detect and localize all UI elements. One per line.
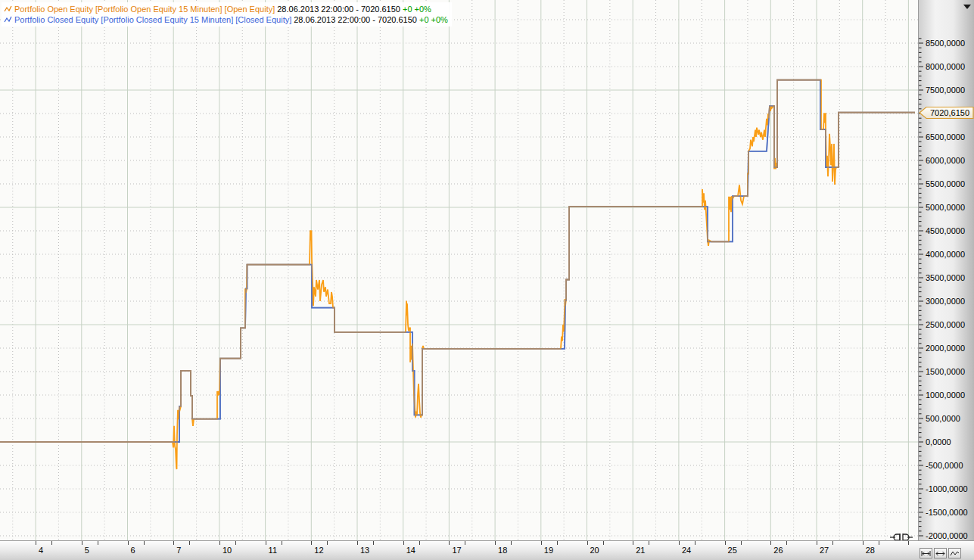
date-axis-tick <box>357 541 358 545</box>
legend-series-name: Portfolio Closed Equity [Portfolio Close… <box>14 14 291 25</box>
date-axis-tick <box>908 541 909 545</box>
price-axis-label: 7500,0000 <box>926 86 965 95</box>
date-axis-label: 5 <box>85 546 89 555</box>
date-axis-tick <box>786 541 787 545</box>
date-axis-tick <box>725 541 726 545</box>
date-axis-tick <box>741 541 742 545</box>
date-axis-tick <box>587 541 588 545</box>
price-axis-label: 5500,0000 <box>926 179 965 188</box>
date-axis-tick <box>817 541 817 545</box>
date-axis-label: 11 <box>269 546 277 555</box>
current-value-marker: 7020,6150 <box>919 106 974 120</box>
date-axis-label: 20 <box>590 546 599 555</box>
date-axis-tick <box>128 541 129 545</box>
legend-series-name: Portfolio Open Equity [Portfolio Open Eq… <box>14 4 275 14</box>
price-axis-label: 1000,0000 <box>926 390 965 400</box>
date-axis-tick <box>465 541 465 545</box>
legend-series-change: +0 +0% <box>419 14 448 25</box>
price-axis-ticks <box>919 0 974 540</box>
price-axis-label: 8000,0000 <box>926 62 965 71</box>
date-axis-tick <box>373 541 374 545</box>
date-axis-tick <box>879 541 879 545</box>
date-axis-label: 17 <box>452 546 461 555</box>
price-axis-label: 4500,0000 <box>926 226 965 235</box>
price-axis-label: 2500,0000 <box>926 320 965 329</box>
date-axis-tick <box>511 541 512 545</box>
date-axis-tick <box>311 541 312 545</box>
date-axis-tick <box>327 541 328 545</box>
date-axis-label: 27 <box>820 546 829 555</box>
date-axis-label: 19 <box>544 546 553 555</box>
fit-width-button[interactable] <box>920 548 932 558</box>
date-axis-tick <box>541 541 542 545</box>
date-axis-label: 28 <box>866 546 875 555</box>
zigzag-line-icon <box>4 16 12 23</box>
date-axis-label: 13 <box>360 546 369 555</box>
date-axis-tick <box>419 541 420 545</box>
date-axis-tick <box>173 541 174 545</box>
current-value-label: 7020,6150 <box>930 108 969 117</box>
legend-series-info: 28.06.2013 22:00:00 - 7020.6150 <box>294 14 417 25</box>
date-axis-tick <box>219 541 220 545</box>
date-axis-tick <box>282 541 282 545</box>
date-axis-label: 6 <box>131 546 135 555</box>
price-axis-label: 2000,0000 <box>926 344 965 353</box>
zigzag-line-icon <box>4 5 12 13</box>
date-axis-tick <box>557 541 558 545</box>
date-axis-tick <box>679 541 680 545</box>
date-axis-label: 4 <box>39 546 43 555</box>
date-axis-tick <box>770 541 771 545</box>
date-axis-tick <box>235 541 236 545</box>
date-axis-tick <box>863 541 864 545</box>
horizontal-resize-arrow-icon <box>935 550 945 557</box>
axis-toolbar <box>920 548 961 558</box>
price-axis-label: 3000,0000 <box>926 297 965 306</box>
price-axis-label: 5000,0000 <box>926 203 965 212</box>
date-axis-tick <box>695 541 695 545</box>
horizontal-resize-button[interactable] <box>934 548 947 558</box>
date-axis-label: 18 <box>498 546 507 555</box>
date-axis-label: 21 <box>636 546 645 555</box>
price-axis-label: 8500,0000 <box>926 39 965 48</box>
date-axis-tick <box>649 541 649 545</box>
price-axis-label: 0,0000 <box>926 437 951 446</box>
chevron-down-icon[interactable] <box>963 5 971 9</box>
date-axis-tick <box>98 541 98 545</box>
date-axis-tick <box>603 541 604 545</box>
date-axis-label: 24 <box>682 546 691 555</box>
zigzag-line-icon <box>950 550 960 557</box>
date-axis-tick <box>495 541 496 545</box>
date-axis-tick <box>832 541 833 545</box>
date-axis-label: 7 <box>176 546 181 555</box>
price-axis-label: -1500,0000 <box>926 508 968 517</box>
date-axis-tick <box>51 541 52 545</box>
fit-width-arrow-icon <box>921 550 931 557</box>
legend-series-change: +0 +0% <box>403 4 431 14</box>
price-axis-label: -2000,0000 <box>926 531 968 540</box>
legend-series-info: 28.06.2013 22:00:00 - 7020.6150 <box>277 4 400 14</box>
date-axis-label: 25 <box>728 546 737 555</box>
chart-legend: Portfolio Open Equity [Portfolio Open Eq… <box>2 2 452 26</box>
date-axis-label: 12 <box>314 546 323 555</box>
chart-canvas[interactable] <box>0 0 918 540</box>
date-axis-tick <box>189 541 190 545</box>
plug-connector-icon <box>890 534 913 540</box>
date-axis-label: 10 <box>222 546 232 555</box>
date-axis-tick <box>449 541 450 545</box>
price-axis-label: 4000,0000 <box>926 250 965 259</box>
date-axis-tick <box>266 541 266 545</box>
price-axis[interactable]: 7020,6150 8500,00008000,00007500,0000650… <box>918 0 974 540</box>
price-axis-label: 3500,0000 <box>926 273 965 282</box>
price-axis-label: -1000,0000 <box>926 484 968 493</box>
legend-row-closed-equity[interactable]: Portfolio Closed Equity [Portfolio Close… <box>4 14 448 25</box>
price-axis-label: 6500,0000 <box>926 132 965 142</box>
date-axis[interactable]: 4567101112131417181920212425262728 <box>0 540 974 560</box>
zigzag-scale-button[interactable] <box>948 548 961 558</box>
date-axis-label: 26 <box>773 546 783 555</box>
date-axis-tick <box>82 541 82 545</box>
date-axis-label: 14 <box>406 546 415 555</box>
legend-row-open-equity[interactable]: Portfolio Open Equity [Portfolio Open Eq… <box>4 4 448 14</box>
price-axis-label: 6000,0000 <box>926 156 965 165</box>
chart-window: Portfolio Open Equity [Portfolio Open Eq… <box>0 0 974 560</box>
plot-area[interactable] <box>0 0 918 540</box>
